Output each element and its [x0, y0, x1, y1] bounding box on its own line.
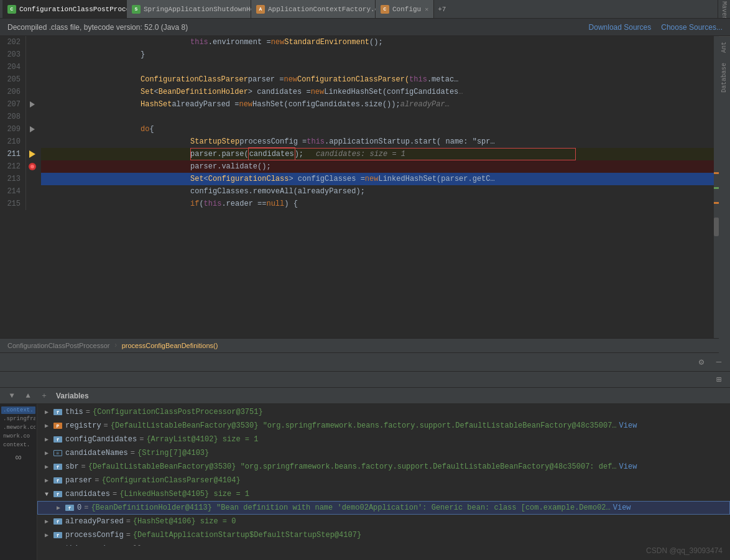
var-val-sbr: {DefaultListableBeanFactory@3530} "org.s… [88, 462, 617, 471]
expand-sbr[interactable]: ▶ [42, 462, 51, 471]
tab-3[interactable]: A ApplicationContextFactory.class ✕ [251, 0, 376, 19]
download-sources-link[interactable]: Download Sources [589, 23, 652, 32]
tab-overflow[interactable]: +7 [434, 6, 450, 13]
gutter-209 [26, 123, 39, 135]
expand-this[interactable]: ▶ [42, 408, 51, 416]
eq-configcandidates: = [139, 435, 144, 444]
settings-icon[interactable]: ⚙ [695, 356, 708, 369]
variables-list[interactable]: ▶ f this = {ConfigurationClassPostProces… [37, 404, 730, 546]
tab-4[interactable]: C Configu ✕ [376, 0, 434, 19]
line-num-214: 214 [0, 185, 25, 198]
ant-panel-label[interactable]: Ant [719, 36, 730, 58]
debug-step-down[interactable]: ▼ [6, 390, 17, 402]
var-item-candidates-0[interactable]: ▶ f 0 = {BeanDefinitionHolder@4113} "Bea… [37, 501, 730, 515]
var-val-this: {ConfigurationClassPostProcessor@3751} [93, 408, 263, 416]
var-view-candidates-0[interactable]: View [613, 503, 631, 512]
token-null: null [266, 198, 284, 210]
token-cc: ConfigurationClass [208, 173, 289, 185]
var-item-candidatenames[interactable]: ▶ ≡ candidateNames = {String[7]@4103} [37, 446, 730, 460]
context-item-2[interactable]: .springfra [1, 415, 35, 423]
context-item-4[interactable]: nwork.co [1, 433, 35, 440]
notification-text: Decompiled .class file, bytecode version… [7, 23, 188, 32]
var-item-sbr[interactable]: ▶ f sbr = {DefaultListableBeanFactory@35… [37, 460, 730, 474]
expand-candidates[interactable]: ▼ [42, 490, 51, 498]
token-set: Set [141, 86, 154, 98]
debug-plus[interactable]: ＋ [39, 390, 50, 402]
var-item-this[interactable]: ▶ f this = {ConfigurationClassPostProces… [37, 405, 730, 419]
breadcrumb-method: processConfigBeanDefinitions() [122, 342, 218, 349]
code-line-212: parser.validate(); [41, 160, 714, 173]
code-line-204 [41, 61, 714, 73]
var-name-registry: registry [65, 421, 101, 430]
code-line-206: Set < BeanDefinitionHolder > candidates … [41, 86, 714, 98]
debug-arrow [29, 150, 35, 158]
var-item-configcandidates[interactable]: ▶ f configCandidates = {ArrayList@4102} … [37, 433, 730, 446]
token-brace-215: ) { [284, 198, 298, 210]
tab-2[interactable]: S SpringApplicationShutdownHook.class ✕ [127, 0, 251, 19]
token-stdenv: StandardEnvironment [284, 36, 369, 48]
choose-sources-link[interactable]: Choose Sources... [661, 23, 723, 32]
var-item-alreadyparsed[interactable]: ▶ f alreadyParsed = {HashSet@4106} size … [37, 515, 730, 528]
var-item-candidates[interactable]: ▼ f candidates = {LinkedHashSet@4105} si… [37, 487, 730, 501]
code-line-211: parser.parse( candidates ); candidates: … [41, 148, 714, 160]
icon-candidates: f [53, 491, 62, 497]
breakpoint-212[interactable] [29, 163, 36, 170]
var-item-thisreader[interactable]: ▶ f this.reader = null [37, 542, 730, 546]
gutter-203 [26, 48, 39, 61]
token-reader: .reader == [221, 198, 266, 210]
gutter-214 [26, 185, 39, 198]
line-num-213: 213 [0, 173, 25, 185]
token-if-paren: ( [199, 198, 203, 210]
expand-candidatenames[interactable]: ▶ [42, 449, 51, 457]
context-item-5[interactable]: context. [1, 441, 35, 449]
tab-2-icon: S [132, 5, 141, 14]
token-brace-209: { [149, 123, 154, 135]
gutter-213 [26, 173, 39, 185]
notification-links: Download Sources Choose Sources... [589, 23, 723, 32]
debug-panel: ▼ ▲ ＋ Variables .context. .springfra .me… [0, 388, 730, 560]
tab-1[interactable]: C ConfigurationClassPostProcessor.class … [2, 0, 127, 19]
var-name-sbr: sbr [65, 462, 79, 471]
var-view-registry[interactable]: View [619, 421, 637, 430]
expand-candidates-0[interactable]: ▶ [54, 503, 63, 512]
var-item-processconfig[interactable]: ▶ f processConfig = {DefaultApplicationS… [37, 528, 730, 542]
token-new-202: new [271, 36, 285, 48]
breadcrumb-separator: › [113, 341, 118, 350]
database-panel-label[interactable]: Database [719, 58, 730, 98]
expand-parser[interactable]: ▶ [42, 476, 51, 485]
minimize-icon[interactable]: ─ [713, 356, 725, 369]
tab-4-close[interactable]: ✕ [425, 6, 428, 13]
var-val-registry: {DefaultListableBeanFactory@3530} "org.s… [111, 421, 617, 430]
code-editor[interactable]: 202 203 204 205 206 207 208 209 210 211 … [0, 36, 719, 338]
expand-processconfig[interactable]: ▶ [42, 531, 51, 539]
variables-area: .context. .springfra .mework.co nwork.co… [0, 404, 730, 560]
var-item-parser[interactable]: ▶ f parser = {ConfigurationClassParser@4… [37, 474, 730, 487]
editor-scrollbar[interactable] [714, 36, 719, 338]
notification-bar: Decompiled .class file, bytecode version… [0, 19, 730, 36]
var-val-processconfig: {DefaultApplicationStartup$DefaultStartu… [133, 531, 361, 539]
watermark: CSDN @qq_39093474 [646, 546, 723, 555]
context-item-3[interactable]: .mework.co [1, 424, 35, 431]
token-this-215: this [204, 198, 222, 210]
eq-candidatenames: = [131, 449, 135, 457]
code-line-205: ConfigurationClassParser parser = new Co… [41, 73, 714, 86]
token-pc: processConfig = [239, 135, 307, 148]
infinity-icon: ∞ [1, 452, 35, 464]
eq-thisreader: = [117, 544, 121, 546]
var-item-registry[interactable]: ▶ P registry = {DefaultListableBeanFacto… [37, 419, 730, 433]
var-val-candidates: {LinkedHashSet@4105} size = 1 [119, 490, 249, 498]
var-view-sbr[interactable]: View [619, 462, 637, 471]
line-num-204: 204 [0, 61, 25, 73]
debug-step-up[interactable]: ▲ [22, 390, 34, 402]
context-item-1[interactable]: .context. [1, 406, 35, 414]
eq-candidates-0: = [84, 503, 88, 512]
line-num-212: 212 [0, 160, 25, 173]
eq-parser: = [95, 476, 99, 485]
maven-panel-label[interactable]: Maven [718, 0, 730, 19]
code-content[interactable]: this .environment = new StandardEnvironm… [39, 36, 714, 338]
expand-alreadyparsed[interactable]: ▶ [42, 517, 51, 526]
expand-registry[interactable]: ▶ [42, 421, 51, 430]
expand-configcandidates[interactable]: ▶ [42, 435, 51, 444]
main-editor: 202 203 204 205 206 207 208 209 210 211 … [0, 36, 719, 353]
layout-icon[interactable]: ⊞ [713, 374, 725, 386]
